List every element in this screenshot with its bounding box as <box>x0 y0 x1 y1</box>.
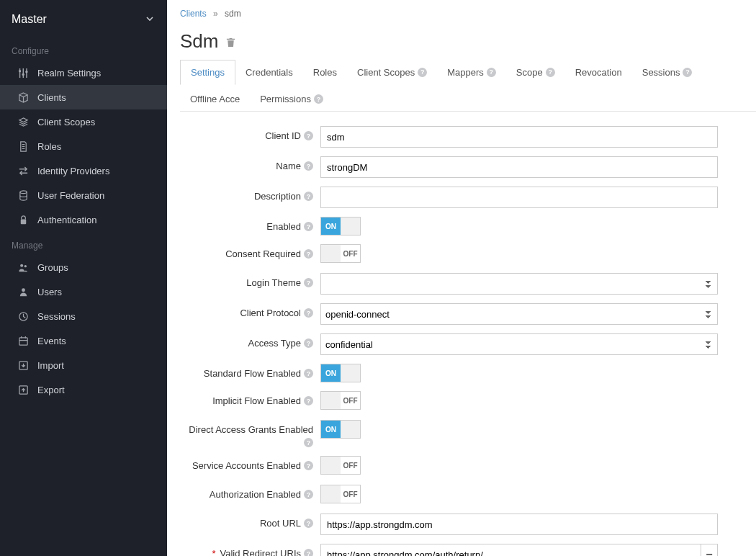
import-icon <box>17 359 29 371</box>
main-content: Clients » sdm Sdm Settings Credentials R… <box>167 0 756 556</box>
label-description: Description <box>254 191 301 202</box>
help-icon[interactable]: ? <box>304 222 313 231</box>
client-protocol-select[interactable]: openid-connect <box>320 303 718 325</box>
sidebar-item-import[interactable]: Import <box>0 353 167 377</box>
breadcrumb-separator: » <box>213 9 218 19</box>
tab-roles[interactable]: Roles <box>303 60 347 84</box>
tab-sessions[interactable]: Sessions? <box>632 60 703 84</box>
help-icon[interactable]: ? <box>304 461 313 470</box>
sidebar-item-label: Users <box>37 287 62 297</box>
sidebar-item-realm-settings[interactable]: Realm Settings <box>0 60 167 85</box>
svg-point-4 <box>22 73 24 75</box>
sidebar-item-authentication[interactable]: Authentication <box>0 207 167 232</box>
settings-form: Client ID? Name? Description? Enabled? O… <box>180 112 756 556</box>
help-icon[interactable]: ? <box>304 490 313 499</box>
required-marker: * <box>212 548 215 556</box>
authorization-toggle[interactable]: OFF <box>320 485 361 503</box>
tab-revocation[interactable]: Revocation <box>565 60 632 84</box>
consent-required-toggle[interactable]: OFF <box>320 244 361 263</box>
svg-rect-12 <box>19 337 27 344</box>
sidebar-item-label: Roles <box>37 141 61 152</box>
help-icon[interactable]: ? <box>304 192 313 201</box>
help-icon[interactable]: ? <box>304 549 313 556</box>
help-icon: ? <box>314 94 323 104</box>
sidebar-item-label: Realm Settings <box>37 68 101 79</box>
tab-offline-access[interactable]: Offline Acce <box>180 87 250 111</box>
clock-icon <box>17 310 29 322</box>
root-url-input[interactable] <box>320 514 718 535</box>
breadcrumb-clients[interactable]: Clients <box>180 9 207 19</box>
realm-selector[interactable]: Master <box>0 0 167 37</box>
help-icon[interactable]: ? <box>304 396 313 405</box>
login-theme-select[interactable] <box>320 273 718 295</box>
sidebar-item-sessions[interactable]: Sessions <box>0 304 167 328</box>
enabled-toggle[interactable]: ON <box>320 217 361 236</box>
access-type-select[interactable]: confidential <box>320 333 718 355</box>
standard-flow-toggle[interactable]: ON <box>320 364 361 382</box>
sidebar-section-configure: Configure <box>0 37 167 60</box>
help-icon[interactable]: ? <box>304 519 313 528</box>
description-input[interactable] <box>320 187 718 208</box>
tab-client-scopes[interactable]: Client Scopes? <box>347 60 437 84</box>
sidebar-item-label: Authentication <box>37 215 96 225</box>
sidebar-item-clients[interactable]: Clients <box>0 85 167 109</box>
svg-point-10 <box>22 288 25 292</box>
sidebar-item-label: User Federation <box>37 190 104 201</box>
export-icon <box>17 384 29 395</box>
realm-name: Master <box>12 13 47 26</box>
implicit-flow-toggle[interactable]: OFF <box>320 391 361 410</box>
tab-mappers[interactable]: Mappers? <box>437 60 506 84</box>
tab-credentials[interactable]: Credentials <box>235 60 303 84</box>
redirect-uri-input[interactable] <box>320 544 701 556</box>
delete-button[interactable] <box>225 37 236 50</box>
remove-uri-button[interactable]: − <box>701 544 718 556</box>
label-service-accounts: Service Accounts Enabled <box>192 460 301 471</box>
help-icon[interactable]: ? <box>304 278 313 287</box>
service-accounts-toggle[interactable]: OFF <box>320 456 361 475</box>
database-icon <box>17 189 29 201</box>
redirect-uri-row: − <box>320 544 718 556</box>
label-authorization: Authorization Enabled <box>210 489 301 500</box>
sidebar-item-identity-providers[interactable]: Identity Providers <box>0 158 167 183</box>
svg-point-6 <box>19 190 26 193</box>
help-icon[interactable]: ? <box>304 338 313 348</box>
sidebar: Master Configure Realm Settings Clients … <box>0 0 167 556</box>
label-name: Name <box>276 161 301 171</box>
label-implicit-flow: Implicit Flow Enabled <box>212 395 301 406</box>
help-icon[interactable]: ? <box>304 161 313 171</box>
cube-icon <box>17 91 29 103</box>
layers-icon <box>17 116 29 127</box>
sidebar-item-groups[interactable]: Groups <box>0 255 167 279</box>
chevron-down-icon <box>145 14 154 25</box>
page-title: Sdm <box>180 30 218 53</box>
sidebar-item-events[interactable]: Events <box>0 328 167 353</box>
name-input[interactable] <box>320 156 718 178</box>
sidebar-item-client-scopes[interactable]: Client Scopes <box>0 109 167 134</box>
sidebar-item-roles[interactable]: Roles <box>0 134 167 158</box>
tab-scope[interactable]: Scope? <box>506 60 565 84</box>
label-login-theme: Login Theme <box>246 277 301 288</box>
sliders-icon <box>17 67 29 79</box>
lock-icon <box>17 214 29 225</box>
help-icon[interactable]: ? <box>304 131 313 140</box>
sidebar-item-export[interactable]: Export <box>0 377 167 402</box>
sidebar-item-user-federation[interactable]: User Federation <box>0 183 167 207</box>
sidebar-item-users[interactable]: Users <box>0 279 167 304</box>
tab-permissions[interactable]: Permissions? <box>250 87 333 111</box>
help-icon[interactable]: ? <box>304 438 313 447</box>
direct-access-toggle[interactable]: ON <box>320 420 361 439</box>
help-icon[interactable]: ? <box>304 369 313 378</box>
sidebar-item-label: Groups <box>37 262 68 273</box>
label-standard-flow: Standard Flow Enabled <box>204 368 301 379</box>
label-valid-redirect: Valid Redirect URIs <box>220 548 301 556</box>
client-id-input[interactable] <box>320 126 718 148</box>
sidebar-item-label: Import <box>37 360 64 371</box>
help-icon[interactable]: ? <box>304 308 313 318</box>
help-icon[interactable]: ? <box>304 249 313 259</box>
tabs: Settings Credentials Roles Client Scopes… <box>180 60 756 112</box>
label-root-url: Root URL <box>260 518 301 529</box>
tab-settings[interactable]: Settings <box>180 60 235 85</box>
svg-rect-1 <box>22 68 23 77</box>
help-icon: ? <box>418 68 427 77</box>
document-icon <box>17 140 29 152</box>
